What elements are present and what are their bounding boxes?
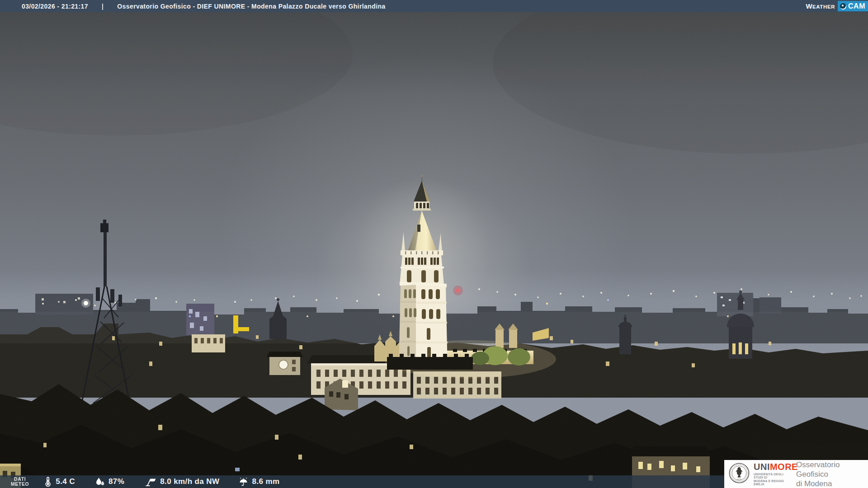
temperature-reading: 5.4 C bbox=[43, 477, 75, 487]
weathercam-badge[interactable]: WEATHER CAM bbox=[806, 0, 868, 12]
weathercam-wordmark: WEATHER bbox=[806, 2, 835, 10]
rain-value: 8.6 mm bbox=[252, 477, 279, 486]
top-overlay-bar: 03/02/2026 - 21:21:17 | Osservatorio Geo… bbox=[0, 0, 868, 12]
unimore-wordmark: UNIMORE UNIVERSITÀ DEGLI STUDI DI MODENA… bbox=[754, 462, 792, 486]
wind-reading: 8.0 km/h da NW bbox=[145, 477, 219, 487]
thermometer-icon bbox=[43, 477, 52, 487]
unimore-credit-box[interactable]: 1175 UNIMORE UNIVERSITÀ DEGLI STUDI DI M… bbox=[724, 460, 868, 488]
humidity-drops-icon bbox=[95, 477, 105, 487]
separator: | bbox=[102, 3, 104, 10]
page-title: Osservatorio Geofisico - DIEF UNIMORE - … bbox=[117, 3, 385, 10]
umbrella-rain-icon bbox=[238, 477, 249, 487]
humidity-value: 87% bbox=[108, 477, 124, 486]
dati-meteo-label: DATI METEO bbox=[11, 477, 29, 487]
university-name-line2: MODENA E REGGIO EMILIA bbox=[754, 479, 792, 486]
wind-vane-icon bbox=[145, 477, 157, 487]
rain-reading: 8.6 mm bbox=[238, 477, 279, 487]
webcam-frame: 03/02/2026 - 21:21:17 | Osservatorio Geo… bbox=[0, 0, 868, 488]
timestamp: 03/02/2026 - 21:21:17 bbox=[22, 3, 88, 10]
wind-value: 8.0 km/h da NW bbox=[160, 477, 219, 486]
university-name-line1: UNIVERSITÀ DEGLI STUDI DI bbox=[754, 473, 792, 479]
observatory-name: Osservatorio Geofisico di Modena bbox=[796, 460, 868, 488]
unimore-seal-icon: 1175 bbox=[729, 463, 750, 485]
temperature-value: 5.4 C bbox=[56, 477, 75, 486]
night-cityscape-photo bbox=[0, 0, 868, 488]
svg-text:1175: 1175 bbox=[737, 478, 741, 480]
cam-badge: CAM bbox=[838, 1, 868, 11]
camera-lens-icon bbox=[840, 3, 846, 9]
humidity-reading: 87% bbox=[95, 477, 124, 487]
